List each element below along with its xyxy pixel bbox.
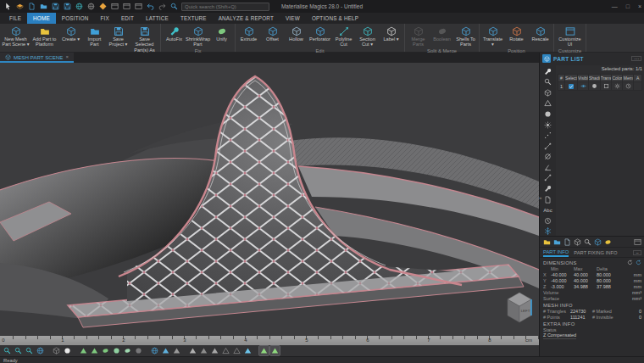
triangle-filter-1-icon[interactable]: [188, 346, 197, 355]
triangle-filter-4-icon[interactable]: [221, 346, 230, 355]
tab-part-info[interactable]: PART INFO: [543, 248, 569, 257]
tab-edit[interactable]: EDIT: [115, 13, 140, 24]
hollow-button[interactable]: Hollow: [285, 25, 308, 42]
undo-icon[interactable]: [146, 2, 155, 11]
tab-analyze-report[interactable]: ANALYZE & REPORT: [213, 13, 280, 24]
tab-part-fixing-info[interactable]: PART FIXING INFO: [574, 248, 617, 257]
solid-cube-icon[interactable]: [543, 109, 552, 118]
col-color[interactable]: Color: [612, 75, 623, 82]
tab-file[interactable]: FILE: [3, 13, 27, 24]
boolean-button[interactable]: Boolean: [430, 25, 453, 42]
col-a[interactable]: A: [634, 75, 642, 82]
zoom-in-icon[interactable]: [14, 346, 23, 355]
unify-button[interactable]: Unify: [210, 25, 233, 42]
distance-measure-icon[interactable]: [543, 142, 552, 150]
scene-tab-close-icon[interactable]: ×: [65, 54, 69, 59]
rotate-view-icon[interactable]: [36, 346, 45, 355]
import-part-button[interactable]: Import Part: [83, 25, 106, 47]
col-transparency[interactable]: Trans: [600, 75, 612, 82]
show-marked-toggle-icon[interactable]: [259, 346, 269, 355]
section-cut-button[interactable]: Section Cut ▾: [356, 25, 379, 47]
col-select[interactable]: Select: [565, 75, 578, 82]
tab-home[interactable]: HOME: [27, 13, 56, 24]
zoom-selection-icon[interactable]: [25, 346, 34, 355]
tab-fix[interactable]: FIX: [95, 13, 115, 24]
save-project-button[interactable]: Save Project ▾: [107, 25, 130, 47]
part-row[interactable]: 1: [558, 82, 642, 91]
platform-scene-1-icon[interactable]: [110, 2, 119, 11]
tab-lattice[interactable]: LATTICE: [140, 13, 175, 24]
translate-button[interactable]: Translate ▾: [481, 25, 504, 47]
triangle-filter-5-icon[interactable]: [232, 346, 242, 355]
shrinkwrap-part-button[interactable]: ShrinkWrap Part: [186, 25, 209, 47]
part-transparency-icon[interactable]: [600, 82, 612, 91]
diameter-measure-icon[interactable]: [543, 153, 552, 161]
annotate-cube-icon[interactable]: [543, 88, 552, 97]
mark-cube-icon[interactable]: [543, 99, 552, 108]
extrude-button[interactable]: Extrude: [237, 25, 260, 42]
autofix-button[interactable]: AutoFix: [163, 25, 186, 42]
mark-window-icon[interactable]: [150, 346, 159, 355]
mark-triangle-icon[interactable]: [79, 346, 88, 355]
globe-icon[interactable]: [86, 2, 96, 11]
mark-shell-icon[interactable]: [112, 346, 121, 355]
customize-ui-button[interactable]: Customize UI: [556, 25, 584, 47]
col-memory[interactable]: Mem: [623, 75, 634, 82]
zoom-icon[interactable]: [3, 346, 12, 355]
mark-brush-icon[interactable]: [123, 346, 132, 355]
part-shading-icon[interactable]: [589, 82, 601, 91]
marked-triangles-icon[interactable]: [161, 346, 170, 355]
rescale-button[interactable]: Rescale: [529, 25, 552, 42]
machine-box-icon[interactable]: [98, 2, 108, 11]
mark-plane-icon[interactable]: [90, 346, 99, 355]
select-pointer-icon[interactable]: [3, 2, 13, 11]
create-button[interactable]: Create ▾: [59, 25, 82, 42]
minimize-button[interactable]: —: [612, 3, 618, 9]
col-visible[interactable]: Visibl: [578, 75, 589, 82]
import-part-icon[interactable]: [39, 2, 48, 11]
tab-texture[interactable]: TEXTURE: [175, 13, 213, 24]
maximize-button[interactable]: □: [626, 3, 630, 9]
rotate-button[interactable]: Rotate: [505, 25, 528, 42]
platform-scene-2-icon[interactable]: [122, 2, 131, 11]
new-document-icon[interactable]: [27, 2, 36, 11]
settings-globe-icon[interactable]: [75, 2, 84, 11]
tab-position[interactable]: POSITION: [56, 13, 95, 24]
add-part-to-platform-button[interactable]: Add Part to Platform: [31, 25, 58, 47]
auto-refresh-icon[interactable]: [636, 260, 641, 265]
measure-cube-icon[interactable]: [543, 78, 552, 87]
part-memory-icon[interactable]: [623, 82, 634, 91]
platform-icon[interactable]: [15, 2, 25, 11]
merge-parts-button[interactable]: Merge Parts: [407, 25, 430, 47]
tab-mesh-part-scene[interactable]: MESH PART SCENE ×: [0, 53, 74, 63]
refresh-dimensions-icon[interactable]: [627, 260, 633, 265]
polyline-cut-button[interactable]: Polyline Cut: [332, 25, 355, 47]
close-button[interactable]: ×: [638, 3, 641, 9]
fix-wizard-wrench-icon[interactable]: [543, 67, 552, 75]
platform-scene-3-icon[interactable]: [134, 2, 143, 11]
shells-to-parts-button[interactable]: Shells To Parts: [454, 25, 477, 47]
panel-collapse-icon[interactable]: »: [539, 195, 541, 200]
dotted-line-icon[interactable]: [543, 131, 552, 140]
part-color-icon[interactable]: [612, 82, 623, 91]
save-as-icon[interactable]: [63, 2, 72, 11]
tab-view[interactable]: VIEW: [280, 13, 306, 24]
redo-icon[interactable]: [158, 2, 167, 11]
show-unmarked-toggle-icon[interactable]: [270, 346, 280, 355]
new-mesh-part-scene-button[interactable]: New Mesh Part Scene ▾: [2, 25, 30, 47]
search-icon[interactable]: [169, 2, 179, 11]
part-visible-icon[interactable]: [578, 82, 589, 91]
col-number[interactable]: #: [558, 75, 565, 82]
tab-options-help[interactable]: OPTIONS & HELP: [306, 13, 364, 24]
part-list-menu-icon[interactable]: ⋯: [631, 56, 641, 61]
unmark-all-icon[interactable]: [134, 346, 143, 355]
offset-button[interactable]: Offset: [261, 25, 284, 42]
text-abc-icon[interactable]: Abc: [543, 206, 552, 215]
label-button[interactable]: Label ▾: [380, 25, 402, 42]
viewport-3d[interactable]: LEFT: [0, 63, 539, 336]
home-view-icon[interactable]: [52, 346, 61, 355]
angle-measure-icon[interactable]: [543, 163, 552, 171]
repair-tools-icon[interactable]: [543, 185, 552, 193]
arrow-measure-icon[interactable]: [543, 174, 552, 182]
triangle-filter-6-icon[interactable]: [243, 346, 253, 355]
